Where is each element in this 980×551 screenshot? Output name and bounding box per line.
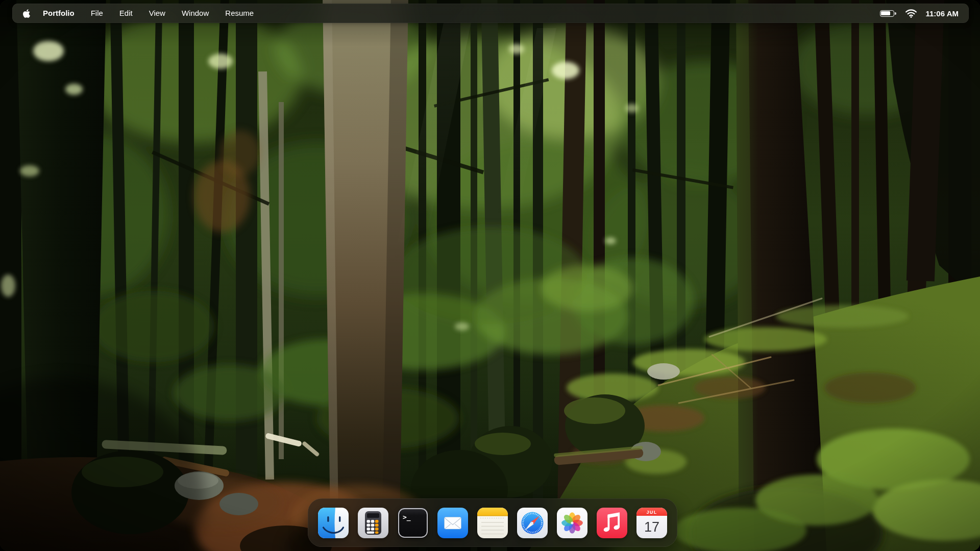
menu-bar-left: Portfolio File Edit View Window Resume — [22, 4, 254, 23]
dock-item-calculator[interactable] — [358, 508, 388, 538]
dock-item-notes[interactable] — [477, 508, 508, 538]
menu-bar-clock[interactable]: 11:06 AM — [926, 9, 959, 18]
apple-menu[interactable] — [22, 9, 31, 18]
photos-icon — [557, 508, 587, 538]
apple-logo-icon — [22, 9, 31, 18]
wallpaper-forest-photo — [0, 0, 980, 551]
music-icon — [597, 508, 627, 538]
dock-item-photos[interactable] — [557, 508, 587, 538]
battery-icon — [880, 10, 894, 17]
dock: >_ — [308, 498, 677, 547]
battery-fill — [881, 11, 890, 15]
calendar-day-label: 17 — [644, 519, 659, 535]
dock-item-terminal[interactable]: >_ — [398, 508, 428, 538]
dock-item-calendar[interactable]: JUL 17 — [636, 508, 667, 538]
battery-indicator[interactable] — [880, 10, 896, 17]
notes-icon — [477, 508, 508, 538]
calculator-icon — [358, 508, 388, 538]
menu-item-view[interactable]: View — [149, 4, 165, 23]
terminal-icon: >_ — [398, 508, 428, 538]
finder-icon — [318, 508, 349, 538]
battery-cap — [895, 12, 896, 15]
dock-item-music[interactable] — [597, 508, 627, 538]
terminal-prompt-glyph: >_ — [403, 513, 411, 521]
mail-icon — [437, 508, 468, 538]
menu-bar: Portfolio File Edit View Window Resume — [12, 4, 969, 23]
wifi-indicator[interactable] — [905, 9, 917, 18]
dock-item-mail[interactable] — [437, 508, 468, 538]
dock-item-finder[interactable] — [318, 508, 349, 538]
dock-item-safari[interactable] — [517, 508, 548, 538]
menu-item-file[interactable]: File — [91, 4, 103, 23]
desktop: Portfolio File Edit View Window Resume — [0, 0, 980, 551]
calendar-icon: JUL 17 — [636, 508, 667, 538]
menu-item-window[interactable]: Window — [182, 4, 209, 23]
app-menu-title[interactable]: Portfolio — [43, 4, 75, 23]
wifi-icon — [905, 9, 917, 18]
menu-item-resume[interactable]: Resume — [225, 4, 254, 23]
menu-bar-status-area: 11:06 AM — [880, 9, 959, 18]
safari-icon — [517, 508, 548, 538]
calendar-month-label: JUL — [647, 510, 657, 515]
menu-item-edit[interactable]: Edit — [119, 4, 133, 23]
